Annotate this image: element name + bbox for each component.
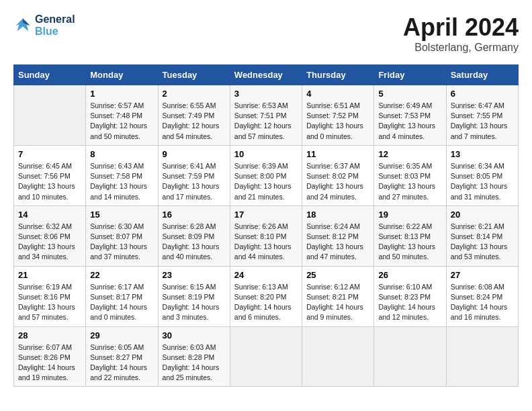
calendar-cell: 12Sunrise: 6:35 AMSunset: 8:03 PMDayligh… <box>374 145 446 205</box>
calendar-cell: 23Sunrise: 6:15 AMSunset: 8:19 PMDayligh… <box>158 266 230 326</box>
calendar-cell <box>230 326 302 387</box>
calendar-cell: 25Sunrise: 6:12 AMSunset: 8:21 PMDayligh… <box>302 266 374 326</box>
calendar-cell: 28Sunrise: 6:07 AMSunset: 8:26 PMDayligh… <box>14 326 86 387</box>
day-number: 6 <box>451 89 514 99</box>
day-number: 2 <box>163 89 226 99</box>
day-info: Sunrise: 6:13 AMSunset: 8:20 PMDaylight:… <box>234 282 298 323</box>
calendar-title: April 2024 <box>403 13 519 42</box>
day-number: 9 <box>163 149 226 159</box>
day-info: Sunrise: 6:34 AMSunset: 8:05 PMDaylight:… <box>451 161 514 202</box>
calendar-cell: 7Sunrise: 6:45 AMSunset: 7:56 PMDaylight… <box>14 145 86 205</box>
day-number: 27 <box>451 270 514 280</box>
calendar-cell: 11Sunrise: 6:37 AMSunset: 8:02 PMDayligh… <box>302 145 374 205</box>
title-area: April 2024 Bolsterlang, Germany <box>403 13 519 54</box>
day-info: Sunrise: 6:07 AMSunset: 8:26 PMDaylight:… <box>18 342 81 383</box>
calendar-cell: 10Sunrise: 6:39 AMSunset: 8:00 PMDayligh… <box>230 145 302 205</box>
calendar-cell: 29Sunrise: 6:05 AMSunset: 8:27 PMDayligh… <box>86 326 158 387</box>
day-number: 22 <box>90 270 153 280</box>
calendar-table: SundayMondayTuesdayWednesdayThursdayFrid… <box>13 64 519 387</box>
day-number: 11 <box>306 149 369 159</box>
calendar-cell: 26Sunrise: 6:10 AMSunset: 8:23 PMDayligh… <box>374 266 446 326</box>
weekday-header-row: SundayMondayTuesdayWednesdayThursdayFrid… <box>14 65 519 85</box>
calendar-cell: 5Sunrise: 6:49 AMSunset: 7:53 PMDaylight… <box>374 85 446 146</box>
day-info: Sunrise: 6:47 AMSunset: 7:55 PMDaylight:… <box>451 101 514 142</box>
day-number: 18 <box>306 210 369 220</box>
day-info: Sunrise: 6:57 AMSunset: 7:48 PMDaylight:… <box>90 101 153 142</box>
day-info: Sunrise: 6:22 AMSunset: 8:13 PMDaylight:… <box>378 222 441 263</box>
calendar-cell: 8Sunrise: 6:43 AMSunset: 7:58 PMDaylight… <box>86 145 158 205</box>
day-info: Sunrise: 6:28 AMSunset: 8:09 PMDaylight:… <box>163 222 226 263</box>
day-number: 28 <box>18 330 81 340</box>
day-info: Sunrise: 6:45 AMSunset: 7:56 PMDaylight:… <box>18 161 81 202</box>
day-info: Sunrise: 6:51 AMSunset: 7:52 PMDaylight:… <box>306 101 369 142</box>
calendar-cell: 13Sunrise: 6:34 AMSunset: 8:05 PMDayligh… <box>446 145 518 205</box>
day-number: 24 <box>234 270 298 280</box>
day-info: Sunrise: 6:03 AMSunset: 8:28 PMDaylight:… <box>163 342 226 383</box>
day-info: Sunrise: 6:53 AMSunset: 7:51 PMDaylight:… <box>234 101 298 142</box>
day-info: Sunrise: 6:35 AMSunset: 8:03 PMDaylight:… <box>378 161 441 202</box>
calendar-week-row: 21Sunrise: 6:19 AMSunset: 8:16 PMDayligh… <box>14 266 519 326</box>
day-number: 16 <box>163 210 226 220</box>
day-number: 7 <box>18 149 81 159</box>
day-number: 14 <box>18 210 81 220</box>
day-number: 5 <box>378 89 441 99</box>
day-info: Sunrise: 6:30 AMSunset: 8:07 PMDaylight:… <box>90 222 153 263</box>
day-number: 12 <box>378 149 441 159</box>
calendar-cell: 19Sunrise: 6:22 AMSunset: 8:13 PMDayligh… <box>374 205 446 266</box>
weekday-header-tuesday: Tuesday <box>158 65 230 85</box>
day-number: 4 <box>306 89 369 99</box>
day-info: Sunrise: 6:49 AMSunset: 7:53 PMDaylight:… <box>378 101 441 142</box>
day-number: 20 <box>451 210 514 220</box>
calendar-cell: 21Sunrise: 6:19 AMSunset: 8:16 PMDayligh… <box>14 266 86 326</box>
day-number: 25 <box>306 270 369 280</box>
day-info: Sunrise: 6:24 AMSunset: 8:12 PMDaylight:… <box>306 222 369 263</box>
calendar-cell <box>374 326 446 387</box>
day-info: Sunrise: 6:12 AMSunset: 8:21 PMDaylight:… <box>306 282 369 323</box>
calendar-cell: 22Sunrise: 6:17 AMSunset: 8:17 PMDayligh… <box>86 266 158 326</box>
calendar-cell: 16Sunrise: 6:28 AMSunset: 8:09 PMDayligh… <box>158 205 230 266</box>
day-number: 26 <box>378 270 441 280</box>
day-number: 29 <box>90 330 153 340</box>
day-number: 10 <box>234 149 298 159</box>
calendar-cell: 1Sunrise: 6:57 AMSunset: 7:48 PMDaylight… <box>86 85 158 146</box>
header: General Blue April 2024 Bolsterlang, Ger… <box>13 13 519 54</box>
calendar-cell <box>302 326 374 387</box>
calendar-cell: 4Sunrise: 6:51 AMSunset: 7:52 PMDaylight… <box>302 85 374 146</box>
day-number: 1 <box>90 89 153 99</box>
day-number: 15 <box>90 210 153 220</box>
day-info: Sunrise: 6:10 AMSunset: 8:23 PMDaylight:… <box>378 282 441 323</box>
calendar-cell: 20Sunrise: 6:21 AMSunset: 8:14 PMDayligh… <box>446 205 518 266</box>
day-number: 3 <box>234 89 298 99</box>
logo-bird-icon <box>13 16 32 35</box>
weekday-header-sunday: Sunday <box>14 65 86 85</box>
day-number: 23 <box>163 270 226 280</box>
calendar-cell: 2Sunrise: 6:55 AMSunset: 7:49 PMDaylight… <box>158 85 230 146</box>
day-info: Sunrise: 6:43 AMSunset: 7:58 PMDaylight:… <box>90 161 153 202</box>
calendar-cell: 27Sunrise: 6:08 AMSunset: 8:24 PMDayligh… <box>446 266 518 326</box>
day-info: Sunrise: 6:37 AMSunset: 8:02 PMDaylight:… <box>306 161 369 202</box>
calendar-week-row: 28Sunrise: 6:07 AMSunset: 8:26 PMDayligh… <box>14 326 519 387</box>
calendar-week-row: 14Sunrise: 6:32 AMSunset: 8:06 PMDayligh… <box>14 205 519 266</box>
day-info: Sunrise: 6:05 AMSunset: 8:27 PMDaylight:… <box>90 342 153 383</box>
day-number: 19 <box>378 210 441 220</box>
calendar-cell: 17Sunrise: 6:26 AMSunset: 8:10 PMDayligh… <box>230 205 302 266</box>
day-info: Sunrise: 6:55 AMSunset: 7:49 PMDaylight:… <box>163 101 226 142</box>
calendar-cell: 3Sunrise: 6:53 AMSunset: 7:51 PMDaylight… <box>230 85 302 146</box>
weekday-header-thursday: Thursday <box>302 65 374 85</box>
calendar-subtitle: Bolsterlang, Germany <box>403 42 519 54</box>
day-info: Sunrise: 6:32 AMSunset: 8:06 PMDaylight:… <box>18 222 81 263</box>
calendar-cell: 6Sunrise: 6:47 AMSunset: 7:55 PMDaylight… <box>446 85 518 146</box>
calendar-cell: 9Sunrise: 6:41 AMSunset: 7:59 PMDaylight… <box>158 145 230 205</box>
calendar-week-row: 1Sunrise: 6:57 AMSunset: 7:48 PMDaylight… <box>14 85 519 146</box>
weekday-header-friday: Friday <box>374 65 446 85</box>
calendar-week-row: 7Sunrise: 6:45 AMSunset: 7:56 PMDaylight… <box>14 145 519 205</box>
logo-text-line2: Blue <box>35 26 75 38</box>
day-info: Sunrise: 6:17 AMSunset: 8:17 PMDaylight:… <box>90 282 153 323</box>
day-info: Sunrise: 6:41 AMSunset: 7:59 PMDaylight:… <box>163 161 226 202</box>
calendar-cell <box>14 85 86 146</box>
calendar-cell <box>446 326 518 387</box>
weekday-header-saturday: Saturday <box>446 65 518 85</box>
calendar-cell: 30Sunrise: 6:03 AMSunset: 8:28 PMDayligh… <box>158 326 230 387</box>
day-number: 13 <box>451 149 514 159</box>
day-info: Sunrise: 6:26 AMSunset: 8:10 PMDaylight:… <box>234 222 298 263</box>
